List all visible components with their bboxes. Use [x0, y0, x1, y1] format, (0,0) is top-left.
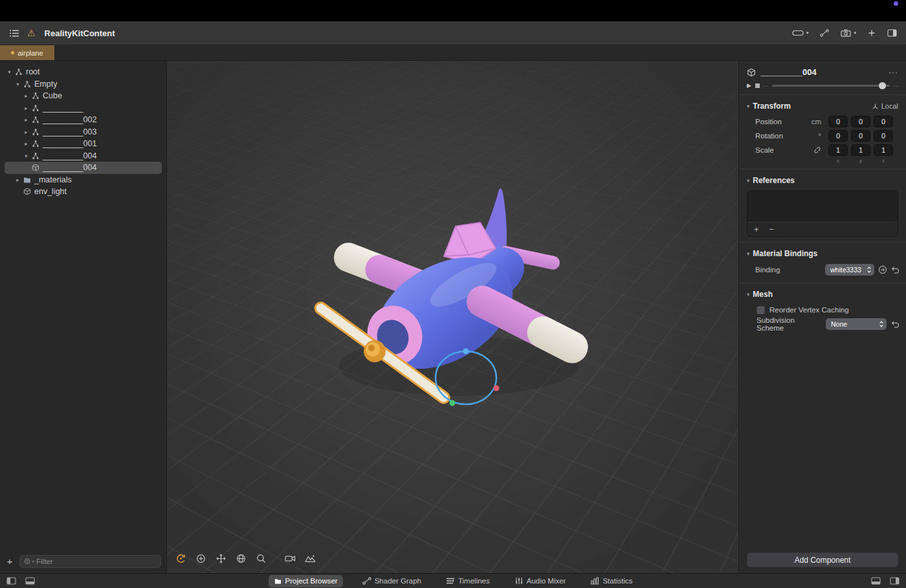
playback-slider[interactable]	[772, 85, 889, 87]
tree-item-materials[interactable]: ▸ _materials	[0, 174, 166, 186]
scene-list-button[interactable]	[9, 29, 19, 38]
left-panel-toggle-icon[interactable]	[6, 577, 16, 585]
folder-icon	[274, 578, 282, 585]
right-panel-toggle-icon[interactable]	[890, 577, 900, 585]
reset-binding-button[interactable]	[891, 266, 900, 274]
rotation-x-field[interactable]: 0	[828, 130, 848, 142]
airplane-model[interactable]	[167, 61, 738, 573]
more-options-button[interactable]: ···	[889, 68, 898, 77]
space-toggle-button[interactable]: Local	[872, 102, 898, 110]
tree-item-label: _________001	[43, 139, 96, 148]
tree-item-004[interactable]: ▾ _________004	[0, 150, 166, 162]
scale-link-icon[interactable]	[804, 146, 821, 154]
chevron-down-icon: ▾	[854, 30, 856, 36]
reorder-vertex-caching-row: Reorder Vertex Caching	[739, 303, 906, 317]
entity-icon	[30, 152, 40, 160]
viewport-3d[interactable]	[167, 61, 738, 573]
zoom-fit-tool-icon[interactable]	[193, 551, 208, 565]
add-component-button[interactable]: Add Component	[747, 552, 898, 567]
chevron-right-icon[interactable]: ▸	[22, 105, 30, 111]
slider-thumb[interactable]	[879, 82, 886, 89]
chevron-right-icon[interactable]: ▸	[22, 116, 30, 123]
secondary-panel-toggle-icon[interactable]	[871, 577, 881, 585]
entity-icon	[30, 92, 40, 100]
chevron-down-icon[interactable]: ▾	[5, 69, 14, 75]
bottom-panel-toggle-icon[interactable]	[25, 577, 35, 585]
play-icon[interactable]: ▶	[747, 82, 751, 89]
pan-tool-icon[interactable]	[214, 551, 228, 565]
subdivision-scheme-popup[interactable]: None	[826, 318, 887, 330]
chevron-down-icon[interactable]: ▾	[747, 103, 749, 109]
chevron-right-icon[interactable]: ▸	[22, 129, 30, 135]
entity-icon	[30, 116, 40, 124]
jump-to-material-button[interactable]	[878, 265, 887, 274]
add-reference-button[interactable]: +	[754, 224, 759, 234]
selected-object-title: _________004	[760, 67, 884, 77]
reorder-vertex-caching-checkbox[interactable]	[757, 306, 765, 314]
rotation-z-field[interactable]: 0	[874, 130, 893, 142]
magnify-tool-icon[interactable]	[254, 551, 268, 565]
capsule-icon	[792, 29, 804, 37]
tab-shader-graph[interactable]: Shader Graph	[357, 575, 426, 587]
position-z-field[interactable]: 0	[874, 116, 893, 127]
scale-axes-labels: x y z	[739, 158, 906, 164]
entity-icon	[22, 80, 32, 88]
camera-view-icon[interactable]	[283, 551, 297, 565]
scale-y-field[interactable]: 1	[851, 144, 870, 156]
tree-item-empty[interactable]: ▾ Empty	[0, 78, 166, 91]
remove-reference-button[interactable]: −	[769, 224, 775, 234]
node-graph-button[interactable]	[820, 29, 829, 37]
reset-subdivision-button[interactable]	[891, 320, 900, 328]
inspector-toggle-button[interactable]	[887, 29, 897, 37]
scale-x-field[interactable]: 1	[828, 144, 848, 156]
warning-icon[interactable]: ⚠	[27, 28, 36, 38]
orbit-tool-icon[interactable]	[173, 551, 188, 565]
mesh-section: ▾ Mesh Reorder Vertex Caching Subdivisio…	[739, 283, 906, 336]
chevron-right-icon[interactable]: ▸	[22, 140, 30, 147]
position-y-field[interactable]: 0	[851, 116, 870, 127]
tab-project-browser[interactable]: Project Browser	[269, 575, 343, 587]
tree-item-env-light[interactable]: env_light	[0, 186, 166, 198]
tab-statistics[interactable]: Statistics	[585, 575, 637, 587]
tree-item-cube[interactable]: ▸ Cube	[0, 90, 166, 102]
entity-icon	[30, 140, 40, 147]
environment-icon[interactable]	[303, 551, 317, 565]
tree-item-002[interactable]: ▸ _________002	[0, 114, 166, 126]
popup-chevrons-icon	[867, 266, 872, 274]
chevron-down-icon[interactable]: ▾	[747, 250, 749, 257]
tree-item-label: _________003	[43, 127, 96, 136]
filter-field[interactable]: ▾	[19, 555, 161, 568]
scale-z-field[interactable]: 1	[874, 144, 893, 156]
chevron-down-icon[interactable]: ▾	[22, 153, 30, 159]
add-entity-button[interactable]: +	[5, 556, 14, 567]
chevron-right-icon[interactable]: ▸	[14, 177, 22, 183]
rotation-row: Rotation ° 0 0 0	[739, 129, 906, 143]
rotation-y-field[interactable]: 0	[851, 130, 870, 142]
time-total: --	[894, 83, 898, 89]
chevron-down-icon[interactable]: ▾	[14, 81, 22, 87]
inspector-panel: _________004 ··· ▶ -- -- ▾ Transform Loc…	[738, 61, 906, 573]
chevron-down-icon[interactable]: ▾	[747, 291, 749, 298]
preview-device-button[interactable]: ▾	[792, 29, 809, 37]
tree-item-004-mesh-selected[interactable]: _________004	[5, 162, 162, 174]
chevron-right-icon[interactable]: ▸	[22, 93, 30, 99]
camera-button[interactable]: ▾	[841, 29, 856, 37]
position-x-field[interactable]: 0	[828, 116, 848, 127]
tree-item-003[interactable]: ▸ _________003	[0, 126, 166, 138]
binding-popup[interactable]: white3333	[825, 264, 874, 276]
add-button[interactable]	[868, 29, 876, 37]
references-empty-list[interactable]	[747, 191, 898, 222]
tree-item-001[interactable]: ▸ _________001	[0, 138, 166, 150]
cube-icon	[22, 188, 32, 195]
bottom-bar: Project Browser Shader Graph Timelines A…	[0, 573, 906, 588]
stop-icon[interactable]	[755, 83, 760, 88]
tree-item-root[interactable]: ▾ root	[0, 66, 166, 78]
filter-input[interactable]	[36, 558, 157, 565]
tab-timelines[interactable]: Timelines	[441, 575, 495, 587]
sphere-tool-icon[interactable]	[234, 551, 248, 565]
chevron-down-icon[interactable]: ▾	[747, 177, 749, 184]
tree-item[interactable]: ▸ _________	[0, 102, 166, 114]
tab-audio-mixer[interactable]: Audio Mixer	[509, 575, 571, 587]
section-title: References	[753, 176, 898, 185]
tab-airplane[interactable]: airplane	[0, 45, 54, 60]
